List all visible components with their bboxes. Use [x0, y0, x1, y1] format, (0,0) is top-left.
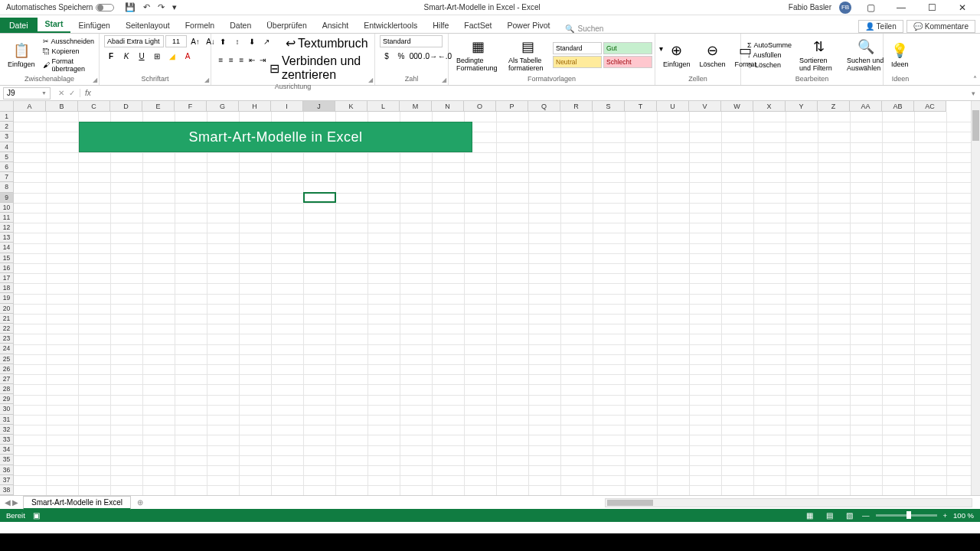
- row-header[interactable]: 13: [0, 233, 14, 243]
- row-header[interactable]: 4: [0, 142, 14, 152]
- conditional-formatting-button[interactable]: ▦Bedingte Formatierung: [453, 37, 502, 73]
- tab-file[interactable]: Datei: [0, 18, 38, 33]
- column-header[interactable]: K: [335, 101, 368, 112]
- next-sheet-icon[interactable]: ▶: [12, 498, 18, 507]
- row-header[interactable]: 1: [0, 112, 14, 122]
- row-header[interactable]: 26: [0, 364, 14, 374]
- tell-me-search[interactable]: 🔍 Suchen: [565, 24, 603, 33]
- vertical-scrollbar[interactable]: [971, 101, 980, 495]
- column-header[interactable]: R: [560, 101, 593, 112]
- merge-button[interactable]: ⊟Verbinden und zentrieren: [268, 54, 370, 83]
- maximize-icon[interactable]: ☐: [920, 2, 943, 13]
- row-header[interactable]: 34: [0, 445, 14, 455]
- align-center-icon[interactable]: ≡: [227, 54, 237, 66]
- row-header[interactable]: 17: [0, 273, 14, 283]
- border-button[interactable]: ⊞: [150, 50, 164, 62]
- title-banner[interactable]: Smart-Art-Modelle in Excel: [79, 122, 472, 152]
- column-header[interactable]: A: [14, 101, 46, 112]
- row-header[interactable]: 14: [0, 243, 14, 253]
- row-header[interactable]: 5: [0, 152, 14, 162]
- accept-formula-icon[interactable]: ✓: [69, 89, 75, 97]
- prev-sheet-icon[interactable]: ◀: [5, 498, 11, 507]
- column-header[interactable]: M: [400, 101, 432, 112]
- user-avatar[interactable]: FB: [839, 2, 851, 14]
- percent-icon[interactable]: %: [394, 50, 408, 62]
- row-header[interactable]: 37: [0, 475, 14, 485]
- ribbon-options-icon[interactable]: ▢: [859, 2, 882, 13]
- tab-powerpivot[interactable]: Power Pivot: [499, 18, 557, 33]
- sort-filter-button[interactable]: ⇅Sortieren und Filtern: [796, 37, 841, 73]
- tab-insert[interactable]: Einfügen: [70, 18, 117, 33]
- worksheet[interactable]: ABCDEFGHIJKLMNOPQRSTUVWXYZAAABAC 1234567…: [0, 101, 980, 495]
- wrap-text-button[interactable]: ↩Textumbruch: [284, 35, 370, 51]
- row-header[interactable]: 24: [0, 344, 14, 354]
- insert-cells-button[interactable]: ⊕Einfügen: [660, 41, 694, 70]
- row-header[interactable]: 23: [0, 334, 14, 344]
- fill-color-button[interactable]: ◢: [165, 50, 179, 62]
- column-header[interactable]: V: [689, 101, 721, 112]
- align-bottom-icon[interactable]: ⬇: [245, 35, 259, 47]
- redo-icon[interactable]: ↷: [158, 2, 165, 12]
- column-header[interactable]: I: [271, 101, 303, 112]
- row-header[interactable]: 29: [0, 394, 14, 404]
- collapse-ribbon-icon[interactable]: ˄: [973, 75, 977, 83]
- row-header[interactable]: 10: [0, 203, 14, 213]
- underline-button[interactable]: U: [135, 50, 149, 62]
- column-header[interactable]: AC: [914, 101, 946, 112]
- cell-grid[interactable]: Smart-Art-Modelle in Excel: [14, 112, 971, 495]
- row-header[interactable]: 9: [0, 193, 14, 203]
- increase-indent-icon[interactable]: ⇥: [257, 54, 267, 66]
- row-header[interactable]: 27: [0, 374, 14, 384]
- find-select-button[interactable]: 🔍Suchen und Auswählen: [844, 37, 888, 73]
- align-right-icon[interactable]: ≡: [237, 54, 247, 66]
- fx-label[interactable]: fx: [80, 89, 96, 97]
- row-header[interactable]: 31: [0, 415, 14, 425]
- increase-font-icon[interactable]: A↑: [188, 35, 202, 47]
- row-header[interactable]: 18: [0, 283, 14, 293]
- row-header[interactable]: 22: [0, 324, 14, 334]
- clear-button[interactable]: ◇Löschen: [746, 60, 793, 70]
- column-header[interactable]: L: [368, 101, 400, 112]
- column-header[interactable]: S: [593, 101, 625, 112]
- zoom-slider[interactable]: [876, 514, 937, 517]
- sheet-tab-active[interactable]: Smart-Art-Modelle in Excel: [23, 496, 131, 510]
- scroll-thumb[interactable]: [607, 500, 653, 506]
- comma-icon[interactable]: 000: [409, 50, 423, 62]
- column-header[interactable]: H: [239, 101, 271, 112]
- clipboard-launcher-icon[interactable]: ◢: [93, 77, 97, 83]
- tab-data[interactable]: Daten: [222, 18, 259, 33]
- row-header[interactable]: 25: [0, 354, 14, 364]
- font-color-button[interactable]: A: [181, 50, 194, 62]
- share-button[interactable]: 👤Teilen: [858, 20, 903, 33]
- bold-button[interactable]: F: [104, 50, 118, 62]
- tab-start[interactable]: Start: [38, 16, 71, 33]
- column-header[interactable]: N: [432, 101, 464, 112]
- align-middle-icon[interactable]: ↕: [230, 35, 244, 47]
- number-launcher-icon[interactable]: ◢: [442, 77, 446, 83]
- tab-help[interactable]: Hilfe: [425, 18, 456, 33]
- align-left-icon[interactable]: ≡: [216, 54, 226, 66]
- tab-review[interactable]: Überprüfen: [259, 18, 315, 33]
- row-header[interactable]: 36: [0, 465, 14, 475]
- paste-button[interactable]: 📋 Einfügen: [5, 41, 38, 70]
- active-cell[interactable]: [303, 192, 336, 203]
- row-header[interactable]: 21: [0, 314, 14, 324]
- column-header[interactable]: Y: [786, 101, 818, 112]
- zoom-level[interactable]: 100 %: [953, 511, 974, 520]
- column-header[interactable]: D: [110, 101, 142, 112]
- column-header[interactable]: AB: [882, 101, 914, 112]
- fill-button[interactable]: ↓Ausfüllen: [746, 51, 793, 60]
- row-header[interactable]: 20: [0, 304, 14, 314]
- qat-dropdown-icon[interactable]: ▾: [172, 2, 177, 12]
- style-neutral[interactable]: Neutral: [553, 56, 602, 68]
- column-header[interactable]: C: [78, 101, 110, 112]
- style-schlecht[interactable]: Schlecht: [603, 56, 652, 68]
- decrease-indent-icon[interactable]: ⇤: [247, 54, 257, 66]
- column-header[interactable]: T: [625, 101, 657, 112]
- column-header[interactable]: G: [207, 101, 239, 112]
- normal-view-icon[interactable]: ▦: [802, 510, 816, 520]
- font-launcher-icon[interactable]: ◢: [204, 77, 209, 83]
- row-header[interactable]: 28: [0, 384, 14, 394]
- ideas-button[interactable]: 💡Ideen: [888, 41, 912, 70]
- column-header[interactable]: AA: [850, 101, 882, 112]
